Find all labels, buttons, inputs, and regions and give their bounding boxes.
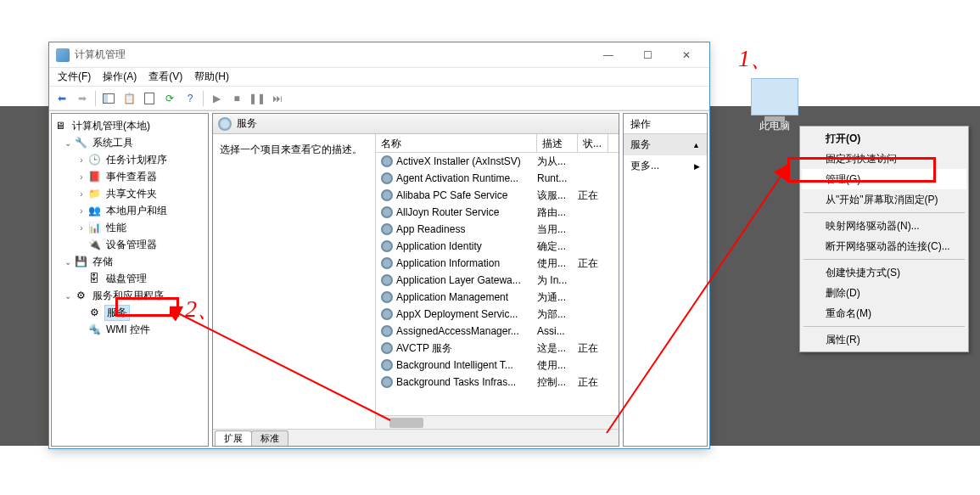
export-button[interactable]: 📋 [120, 89, 138, 108]
collapse-icon[interactable]: ⌄ [62, 257, 74, 267]
service-row[interactable]: Application Management为通... [376, 289, 619, 306]
menu-file[interactable]: 文件(F) [53, 68, 96, 86]
ctx-shortcut[interactable]: 创建快捷方式(S) [802, 262, 966, 283]
expand-icon[interactable]: › [76, 172, 87, 182]
restart-button[interactable]: ⏭ [268, 89, 287, 108]
tab-extended[interactable]: 扩展 [215, 430, 252, 446]
expand-icon[interactable]: › [76, 189, 87, 199]
tree-device-manager[interactable]: 🔌设备管理器 [53, 236, 206, 253]
col-desc[interactable]: 描述 [537, 134, 578, 152]
toolbar: ⬅ ➡ 📋 ⟳ ? ▶ ■ ❚❚ ⏭ [49, 87, 709, 110]
navigation-tree[interactable]: 🖥 计算机管理(本地) ⌄ 🔧 系统工具 ›🕒任务计划程序 ›📕事件查看器 ›📁… [51, 113, 209, 447]
menu-help[interactable]: 帮助(H) [189, 68, 234, 86]
wmi-icon: 🔩 [87, 323, 101, 336]
service-desc: 为 In... [537, 273, 578, 288]
tab-strip: 扩展 标准 [213, 429, 619, 446]
forward-button[interactable]: ➡ [73, 89, 92, 108]
service-name: Background Tasks Infras... [396, 376, 516, 388]
menu-view[interactable]: 查看(V) [143, 68, 188, 86]
tree-task-scheduler[interactable]: ›🕒任务计划程序 [53, 151, 206, 168]
this-pc-icon[interactable]: 此电脑 [745, 78, 804, 133]
ctx-unpin-start[interactable]: 从"开始"屏幕取消固定(P) [802, 189, 966, 210]
actions-header: 操作 [624, 114, 707, 134]
tree-performance[interactable]: ›📊性能 [53, 219, 206, 236]
ctx-delete[interactable]: 删除(D) [802, 283, 966, 303]
tree-shared-folders[interactable]: ›📁共享文件夹 [53, 185, 206, 202]
service-name: Alibaba PC Safe Service [396, 189, 507, 201]
service-row[interactable]: Alibaba PC Safe Service该服...正在 [376, 187, 619, 204]
collapse-icon[interactable]: ⌄ [62, 291, 74, 301]
expand-icon[interactable]: › [76, 223, 87, 233]
gear-icon [381, 223, 393, 235]
service-desc: 确定... [537, 239, 578, 254]
tab-standard[interactable]: 标准 [251, 430, 288, 446]
computer-icon: 🖥 [53, 119, 67, 132]
expand-icon[interactable]: › [76, 206, 87, 216]
gear-icon [381, 376, 393, 388]
pause-button[interactable]: ❚❚ [248, 89, 266, 108]
col-status[interactable]: 状... [578, 134, 608, 152]
properties-button[interactable] [140, 89, 159, 108]
action-services[interactable]: 服务 ▲ [624, 134, 707, 155]
refresh-icon: ⟳ [165, 93, 174, 104]
ctx-map-drive[interactable]: 映射网络驱动器(N)... [802, 216, 966, 236]
gear-icon [381, 155, 393, 167]
apps-icon: ⚙ [74, 289, 87, 302]
service-row[interactable]: Background Tasks Infras...控制...正在 [376, 374, 619, 391]
tree-disk-management[interactable]: 🗄磁盘管理 [53, 270, 206, 287]
ctx-disconnect-drive[interactable]: 断开网络驱动器的连接(C)... [802, 236, 966, 256]
help-icon: ? [188, 93, 193, 104]
back-button[interactable]: ⬅ [53, 89, 71, 108]
col-name[interactable]: 名称 [376, 134, 537, 152]
ctx-properties[interactable]: 属性(R) [802, 329, 966, 350]
service-row[interactable]: AppX Deployment Servic...为部... [376, 306, 619, 323]
service-row[interactable]: AssignedAccessManager...Assi... [376, 323, 619, 340]
gear-icon [381, 189, 393, 201]
action-more[interactable]: 更多... ▶ [624, 155, 707, 177]
close-button[interactable]: ✕ [667, 43, 706, 67]
horizontal-scrollbar[interactable] [376, 415, 619, 429]
minimize-button[interactable]: — [589, 43, 628, 67]
service-row[interactable]: Application Layer Gatewa...为 In... [376, 272, 619, 289]
tree-system-tools[interactable]: ⌄ 🔧 系统工具 [53, 134, 206, 151]
refresh-button[interactable]: ⟳ [160, 89, 179, 108]
service-row[interactable]: Agent Activation Runtime...Runt... [376, 170, 619, 187]
titlebar[interactable]: 计算机管理 — ☐ ✕ [49, 42, 709, 68]
collapse-icon[interactable]: ⌄ [62, 138, 74, 148]
ctx-manage[interactable]: 管理(G) [802, 169, 966, 189]
show-hide-button[interactable] [99, 89, 118, 108]
tree-storage[interactable]: ⌄💾存储 [53, 253, 206, 270]
ctx-open[interactable]: 打开(O) [802, 128, 966, 149]
service-row[interactable]: Application Identity确定... [376, 238, 619, 255]
service-row[interactable]: Application Information使用...正在 [376, 255, 619, 272]
tree-root[interactable]: 🖥 计算机管理(本地) [53, 117, 206, 134]
services-list[interactable]: 名称 描述 状... ActiveX Installer (AxInstSV)为… [376, 134, 619, 429]
expand-icon[interactable]: › [76, 155, 87, 165]
service-row[interactable]: ActiveX Installer (AxInstSV)为从... [376, 153, 619, 170]
tree-services[interactable]: ⚙服务 [53, 304, 206, 321]
tree-wmi[interactable]: 🔩WMI 控件 [53, 321, 206, 338]
service-row[interactable]: AVCTP 服务这是...正在 [376, 340, 619, 357]
ctx-pin-quick[interactable]: 固定到快速访问 [802, 149, 966, 169]
service-row[interactable]: AllJoyn Router Service路由... [376, 204, 619, 221]
gear-icon [381, 359, 393, 371]
service-row[interactable]: App Readiness当用... [376, 221, 619, 238]
scrollbar-thumb[interactable] [389, 418, 423, 428]
help-button[interactable]: ? [181, 89, 199, 108]
doc-icon [144, 93, 154, 104]
clock-icon: 🕒 [87, 153, 101, 166]
tree-local-users[interactable]: ›👥本地用户和组 [53, 202, 206, 219]
maximize-button[interactable]: ☐ [628, 43, 667, 67]
stop-button[interactable]: ■ [227, 89, 246, 108]
annotation-label-1: 1、 [738, 42, 774, 75]
menu-action[interactable]: 操作(A) [98, 68, 142, 86]
ctx-rename[interactable]: 重命名(M) [802, 303, 966, 323]
service-desc: Assi... [537, 325, 578, 337]
separator [804, 212, 965, 213]
gear-icon [381, 240, 393, 252]
service-row[interactable]: Background Intelligent T...使用... [376, 357, 619, 374]
tree-services-apps[interactable]: ⌄⚙服务和应用程序 [53, 287, 206, 304]
tree-event-viewer[interactable]: ›📕事件查看器 [53, 168, 206, 185]
disk-icon: 🗄 [87, 272, 101, 285]
play-button[interactable]: ▶ [207, 89, 226, 108]
